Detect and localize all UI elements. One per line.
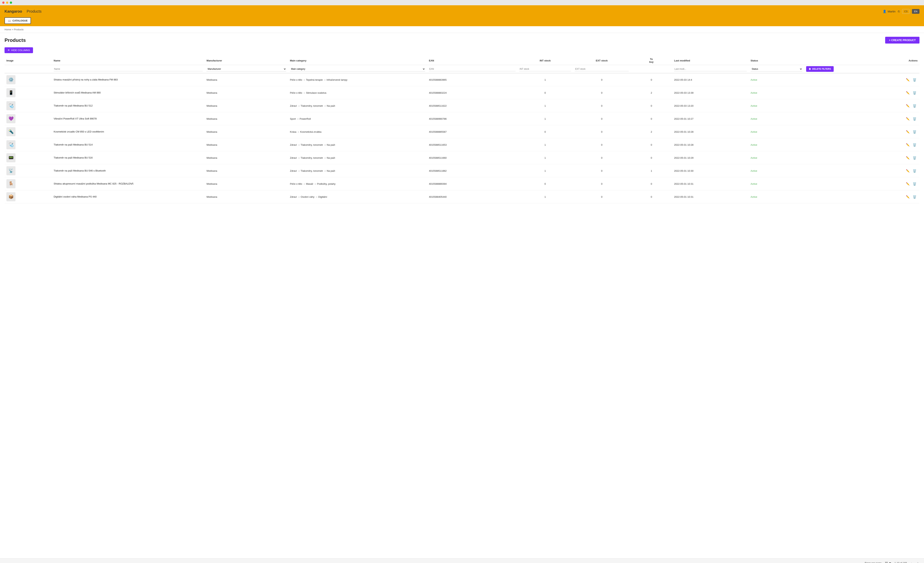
filter-ext-stock-input[interactable]: [575, 67, 628, 71]
maximize-button[interactable]: [10, 1, 12, 4]
delete-button[interactable]: 🗑️: [912, 103, 918, 108]
cell-ext-stock: 0: [573, 177, 630, 190]
cell-category: Zdraví → Osobní váhy → Digitální: [288, 190, 427, 204]
cell-image: 🪑: [4, 177, 52, 190]
header-left: Kangaroo Products: [4, 9, 42, 13]
trash-icon: 🗑: [809, 68, 811, 70]
edit-button[interactable]: ✏️: [905, 181, 911, 186]
delete-button[interactable]: 🗑️: [912, 194, 918, 199]
edit-button[interactable]: ✏️: [905, 194, 911, 199]
cell-ean: 4015588511653: [427, 138, 518, 151]
cell-status: Active: [748, 99, 804, 112]
breadcrumb-home[interactable]: Home: [4, 28, 11, 31]
table-row: 📦 Digitální osobní váha Medisana PS 440 …: [4, 190, 920, 204]
breadcrumb: Home > Products: [0, 26, 924, 33]
cell-actions: ✏️ 🗑️: [804, 112, 920, 125]
cell-last-modified: 2022-05-01 10:28: [672, 125, 748, 138]
filter-name-cell: [52, 65, 205, 73]
create-product-button[interactable]: + CREATE PRODUCT: [885, 37, 920, 43]
delete-button[interactable]: 🗑️: [912, 129, 918, 135]
cell-ean: 4015588990786: [427, 112, 518, 125]
edit-button[interactable]: ✏️: [905, 168, 911, 174]
edit-button[interactable]: ✏️: [905, 77, 911, 82]
col-status: Status: [748, 56, 804, 65]
cell-ext-stock: 0: [573, 112, 630, 125]
delete-button[interactable]: 🗑️: [912, 168, 918, 174]
filter-last-modified-input[interactable]: [674, 67, 747, 71]
cell-actions: ✏️ 🗑️: [804, 151, 920, 164]
logout-icon[interactable]: ⎋: [898, 9, 900, 13]
cell-int-stock: 1: [518, 138, 573, 151]
col-to-buy: Tobuy: [631, 56, 672, 65]
catalogue-button[interactable]: 📖 CATALOGUE: [4, 17, 31, 24]
book-icon: 📖: [8, 19, 11, 22]
cell-manufacturer: Medisana: [205, 138, 288, 151]
minimize-button[interactable]: [6, 1, 8, 4]
next-page-button[interactable]: ›: [916, 561, 920, 563]
filter-name-input[interactable]: [54, 67, 203, 71]
user-icon: 👤: [883, 10, 886, 13]
delete-button[interactable]: 🗑️: [912, 116, 918, 121]
product-image: 💜: [6, 114, 15, 123]
cell-int-stock: 1: [518, 190, 573, 204]
product-image: 🩺: [6, 101, 15, 110]
table-row: 📡 Tlakoměr na paži Medisana BU-546 s Blu…: [4, 164, 920, 177]
table-row: ⚙️ Shiatsu masážní přístroj na nohy a zá…: [4, 73, 920, 86]
cell-actions: ✏️ 🗑️: [804, 138, 920, 151]
cell-category: Zdraví → Tlakoměry, tonometr → Na paži: [288, 138, 427, 151]
edit-button[interactable]: ✏️: [905, 142, 911, 147]
cell-name: Digitální osobní váha Medisana PS 440: [52, 190, 205, 204]
status-badge: Active: [750, 195, 757, 198]
edit-button[interactable]: ✏️: [905, 155, 911, 160]
cell-image: 🩺: [4, 138, 52, 151]
cell-last-modified: 2022-05-01 10:28: [672, 138, 748, 151]
cell-status: Active: [748, 151, 804, 164]
edit-button[interactable]: ✏️: [905, 90, 911, 95]
edit-button[interactable]: ✏️: [905, 103, 911, 108]
cell-ext-stock: 0: [573, 190, 630, 204]
close-button[interactable]: [2, 1, 4, 4]
cell-image: 💜: [4, 112, 52, 125]
cell-manufacturer: Medisana: [205, 125, 288, 138]
edit-button[interactable]: ✏️: [905, 129, 911, 135]
hide-columns-button[interactable]: 👁 HIDE COLUMNS: [4, 47, 33, 53]
cell-int-stock: 1: [518, 164, 573, 177]
user-info: 👤 Martin: [883, 10, 896, 13]
filter-status-select[interactable]: Status: [750, 67, 802, 72]
delete-button[interactable]: 🗑️: [912, 181, 918, 186]
cell-actions: ✏️ 🗑️: [804, 125, 920, 138]
delete-button[interactable]: 🗑️: [912, 155, 918, 160]
filter-ean-input[interactable]: [429, 67, 516, 71]
rows-per-page-select[interactable]: 10 25 50: [884, 561, 892, 563]
filter-manufacturer-select[interactable]: Manufacturer: [207, 67, 286, 72]
table-row: 📱 Stimulátor břišních svalů Medisana AM …: [4, 86, 920, 99]
delete-button[interactable]: 🗑️: [912, 77, 918, 82]
status-badge: Active: [750, 144, 757, 146]
delete-button[interactable]: 🗑️: [912, 90, 918, 95]
edit-button[interactable]: ✏️: [905, 116, 911, 121]
table-row: 🩺 Tlakoměr na paži Medisana BU 514 Medis…: [4, 138, 920, 151]
table-row: 🪑 Shiatsu akupresurní masážní podložka M…: [4, 177, 920, 190]
cell-to-buy: 0: [631, 99, 672, 112]
filter-ean-cell: [427, 65, 518, 73]
prev-page-button[interactable]: ‹: [910, 561, 913, 563]
cell-status: Active: [748, 73, 804, 86]
filter-int-stock-input[interactable]: [519, 67, 571, 71]
product-image: 📱: [6, 88, 15, 97]
cell-int-stock: 1: [518, 73, 573, 86]
header: Kangaroo Products 👤 Martin ⎋ CS EN: [0, 5, 924, 17]
cell-last-modified: 2022-05-01 10:31: [672, 190, 748, 204]
table-row: 📟 Tlakoměr na paži Medisana BU 516 Medis…: [4, 151, 920, 164]
header-right: 👤 Martin ⎋ CS EN: [883, 9, 920, 14]
delete-filters-button[interactable]: 🗑 DELETE FILTERS: [806, 66, 834, 72]
lang-en-button[interactable]: EN: [912, 9, 920, 14]
cell-actions: ✏️ 🗑️: [804, 190, 920, 204]
cell-to-buy: 2: [631, 125, 672, 138]
cell-actions: ✏️ 🗑️: [804, 99, 920, 112]
lang-cs-button[interactable]: CS: [902, 9, 910, 14]
delete-button[interactable]: 🗑️: [912, 142, 918, 147]
product-image: ⚙️: [6, 75, 15, 84]
eye-off-icon: 👁: [8, 49, 10, 52]
filter-category-select[interactable]: Main category: [290, 67, 425, 72]
cell-last-modified: 2022-05-01 10:31: [672, 177, 748, 190]
